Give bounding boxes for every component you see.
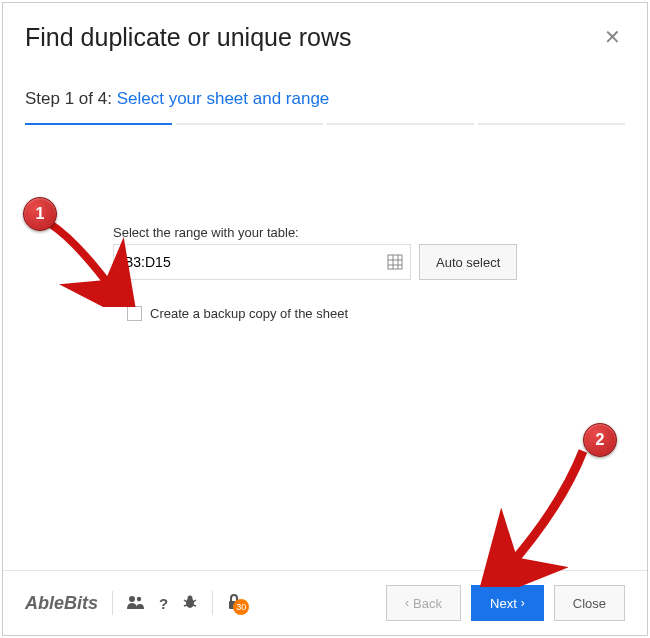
svg-rect-0: [388, 255, 402, 269]
svg-point-6: [137, 596, 141, 600]
chevron-right-icon: ›: [521, 596, 525, 610]
footer-buttons: ‹Back Next› Close: [386, 585, 625, 621]
backup-checkbox-row: Create a backup copy of the sheet: [127, 306, 625, 321]
svg-line-9: [184, 600, 187, 602]
step-prefix: Step 1 of 4:: [25, 89, 117, 108]
svg-point-5: [129, 596, 135, 602]
close-icon[interactable]: ✕: [600, 21, 625, 53]
bug-icon[interactable]: [182, 594, 198, 613]
annotation-callout-2: 2: [583, 423, 617, 457]
svg-line-12: [193, 605, 196, 606]
footer-divider: [112, 591, 113, 615]
dialog-title: Find duplicate or unique rows: [25, 23, 352, 52]
lock-icon[interactable]: 30: [227, 594, 241, 613]
backup-label: Create a backup copy of the sheet: [150, 306, 348, 321]
range-input-wrap: [113, 244, 411, 280]
footer-left: AbleBits ? 30: [25, 591, 241, 615]
backup-checkbox[interactable]: [127, 306, 142, 321]
next-button[interactable]: Next›: [471, 585, 544, 621]
svg-line-11: [184, 605, 187, 606]
svg-point-8: [188, 595, 193, 600]
users-icon[interactable]: [127, 595, 145, 612]
range-input-row: Auto select: [113, 244, 625, 280]
step-indicator: Step 1 of 4: Select your sheet and range: [3, 63, 647, 117]
annotation-arrow-2: [465, 439, 595, 587]
grid-select-icon[interactable]: [387, 254, 403, 270]
ablebits-logo[interactable]: AbleBits: [25, 593, 98, 614]
dialog-header: Find duplicate or unique rows ✕: [3, 3, 647, 63]
chevron-left-icon: ‹: [405, 596, 409, 610]
close-button[interactable]: Close: [554, 585, 625, 621]
help-icon[interactable]: ?: [159, 595, 168, 612]
back-button[interactable]: ‹Back: [386, 585, 461, 621]
back-label: Back: [413, 596, 442, 611]
auto-select-button[interactable]: Auto select: [419, 244, 517, 280]
footer-divider-2: [212, 591, 213, 615]
range-label: Select the range with your table:: [113, 225, 625, 240]
lock-badge-count: 30: [233, 599, 249, 615]
step-link[interactable]: Select your sheet and range: [117, 89, 330, 108]
next-label: Next: [490, 596, 517, 611]
annotation-callout-1: 1: [23, 197, 57, 231]
svg-line-10: [193, 600, 196, 602]
range-input[interactable]: [113, 244, 411, 280]
